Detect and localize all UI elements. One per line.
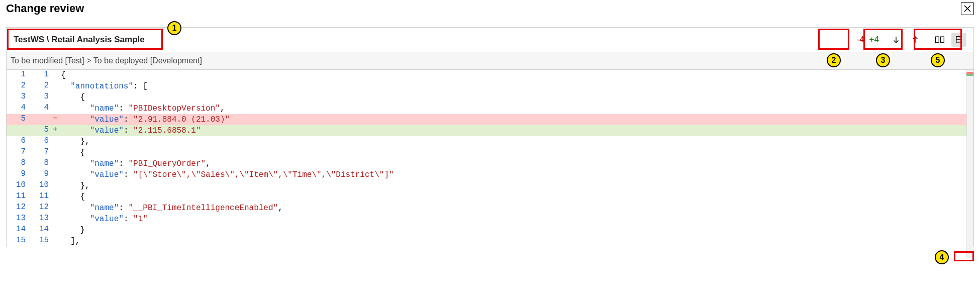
breadcrumb: TestWS \ Retail Analysis Sample [14, 35, 145, 45]
badge-3: 3 [876, 53, 890, 67]
code-line: "value": "[\"Store\",\"Sales\",\"Item\",… [59, 169, 973, 180]
side-by-side-icon [935, 35, 945, 44]
code-line: "value": "1" [59, 214, 973, 225]
badge-2: 2 [827, 53, 841, 67]
prev-change-button[interactable] [908, 33, 922, 47]
close-icon [963, 4, 972, 13]
gutter-row: 99 [7, 169, 59, 180]
gutter-row: 11 [7, 70, 59, 81]
diff-code-body: { "annotations": [ { "name": "PBIDesktop… [59, 70, 973, 247]
gutter-row: 1313 [7, 214, 59, 225]
code-line: { [59, 70, 973, 81]
badge-5: 5 [931, 53, 945, 67]
gutter-row: 1212 [7, 203, 59, 214]
arrow-down-icon [892, 35, 901, 44]
code-line: }, [59, 180, 973, 191]
additions-count: +4 [869, 35, 879, 45]
code-line: "name": "PBIDesktopVersion", [59, 103, 973, 114]
gutter-row: 22 [7, 81, 59, 92]
code-line: { [59, 147, 973, 158]
close-button[interactable] [961, 2, 974, 15]
code-line: "name": "__PBI_TimeIntelligenceEnabled", [59, 203, 973, 214]
side-by-side-view-button[interactable] [932, 33, 947, 47]
gutter-row: 33 [7, 92, 59, 103]
overview-ruler[interactable] [966, 70, 973, 258]
diff-view[interactable]: 112233445−5+6677889910101111121213131414… [6, 70, 974, 247]
page-title: Change review [6, 2, 84, 15]
svg-rect-0 [936, 37, 939, 43]
code-line: } [59, 225, 973, 236]
gutter-row: 77 [7, 147, 59, 158]
gutter-row: 1414 [7, 225, 59, 236]
gutter-row: 1111 [7, 191, 59, 203]
arrow-up-icon [911, 35, 920, 44]
badge-4: 4 [935, 250, 949, 264]
ruler-addition-mark [966, 74, 973, 76]
next-change-button[interactable] [889, 33, 903, 47]
code-line: "name": "PBI_QueryOrder", [59, 158, 973, 169]
code-line: "value": "2.91.884.0 (21.03)" [59, 114, 973, 125]
gutter-row: 1010 [7, 180, 59, 191]
gutter-row: 66 [7, 136, 59, 147]
badge-1: 1 [167, 21, 181, 35]
diff-counts: -4 +4 [856, 35, 879, 45]
toolbar: TestWS \ Retail Analysis Sample -4 +4 [6, 27, 974, 52]
code-line: { [59, 191, 973, 203]
code-line: "value": "2.115.6858.1" [59, 125, 973, 136]
code-line: ], [59, 236, 973, 247]
code-line: { [59, 92, 973, 103]
deletions-count: -4 [856, 35, 864, 45]
gutter-row: 88 [7, 158, 59, 169]
gutter-row: 5+ [7, 125, 59, 136]
gutter-row: 1515 [7, 236, 59, 247]
gutter-row: 5− [7, 114, 59, 125]
code-line: "annotations": [ [59, 81, 973, 92]
inline-view-button[interactable] [951, 33, 966, 47]
line-number-gutter: 112233445−5+6677889910101111121213131414… [7, 70, 59, 247]
gutter-row: 44 [7, 103, 59, 114]
code-line: }, [59, 136, 973, 147]
svg-rect-1 [941, 37, 944, 43]
inline-view-icon [955, 35, 963, 44]
